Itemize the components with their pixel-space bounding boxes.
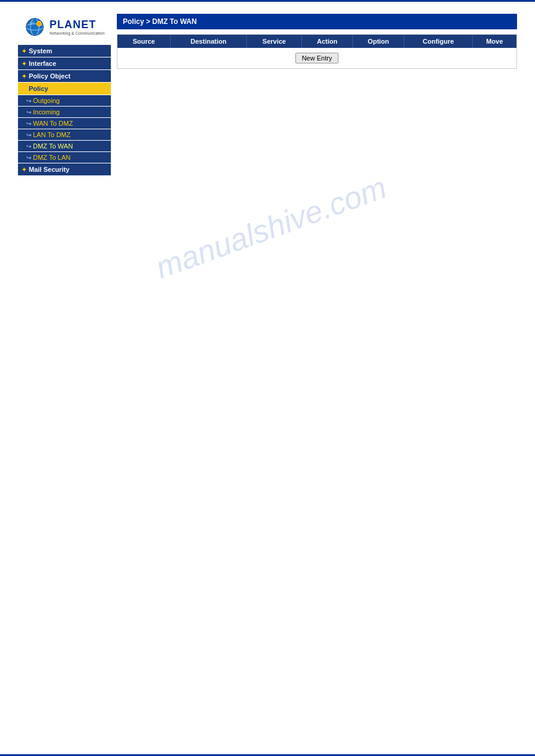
sidebar: PLANET Networking & Communication ✦ Syst… (18, 14, 111, 176)
sidebar-label-policy-object: Policy Object (29, 72, 71, 80)
sidebar-sub-label-incoming: Incoming (33, 108, 60, 116)
sidebar-sub-outgoing[interactable]: ↪ Outgoing (18, 95, 111, 106)
page-wrapper: PLANET Networking & Communication ✦ Syst… (0, 0, 535, 756)
main-area: PLANET Networking & Communication ✦ Syst… (0, 2, 535, 188)
sidebar-item-mail-security[interactable]: ✦ Mail Security (18, 163, 111, 175)
logo-text-block: PLANET Networking & Communication (49, 19, 104, 35)
new-entry-button[interactable]: New Entry (295, 53, 339, 63)
table-area: Source Destination Service Action Option… (117, 34, 517, 69)
sidebar-sub-lan-to-dmz[interactable]: ↪ LAN To DMZ (18, 129, 111, 140)
lan-to-dmz-arrow: ↪ (26, 132, 31, 138)
right-panel: Policy > DMZ To WAN Source Destination S… (117, 14, 517, 176)
sidebar-item-policy[interactable]: ✦ Policy (18, 83, 111, 95)
logo-brand: PLANET (49, 19, 104, 31)
new-entry-row: New Entry (117, 48, 516, 68)
sidebar-sub-incoming[interactable]: ↪ Incoming (18, 107, 111, 117)
col-configure: Configure (404, 35, 473, 48)
sidebar-sub-label-outgoing: Outgoing (33, 97, 60, 104)
col-service: Service (246, 35, 302, 48)
col-destination: Destination (171, 35, 247, 48)
sidebar-label-mail-security: Mail Security (29, 166, 69, 173)
sidebar-item-system[interactable]: ✦ System (18, 45, 111, 57)
dmz-to-wan-arrow: ↪ (26, 143, 31, 150)
col-move: Move (472, 35, 516, 48)
planet-logo-icon (24, 16, 46, 38)
col-option: Option (352, 35, 404, 48)
sidebar-label-interface: Interface (29, 60, 56, 67)
sidebar-sub-dmz-to-lan[interactable]: ↪ DMZ To LAN (18, 152, 111, 163)
table-header-row: Source Destination Service Action Option… (117, 35, 516, 48)
col-action: Action (302, 35, 352, 48)
mail-security-bullet: ✦ (22, 166, 26, 173)
sidebar-label-policy: Policy (29, 85, 48, 92)
col-source: Source (117, 35, 171, 48)
sidebar-sub-label-wan-to-dmz: WAN To DMZ (33, 120, 73, 127)
policy-object-bullet: ✦ (22, 73, 26, 80)
system-bullet: ✦ (22, 48, 26, 54)
sidebar-sub-wan-to-dmz[interactable]: ↪ WAN To DMZ (18, 118, 111, 129)
sidebar-sub-label-dmz-to-lan: DMZ To LAN (33, 154, 71, 161)
interface-bullet: ✦ (22, 60, 26, 67)
sidebar-sub-label-lan-to-dmz: LAN To DMZ (33, 131, 71, 138)
sidebar-sub-dmz-to-wan[interactable]: ↪ DMZ To WAN (18, 141, 111, 151)
svg-point-6 (38, 22, 41, 25)
header-bar: Policy > DMZ To WAN (117, 14, 517, 29)
incoming-arrow: ↪ (26, 109, 31, 116)
policy-bullet: ✦ (22, 86, 26, 92)
content-layout: PLANET Networking & Communication ✦ Syst… (18, 14, 517, 176)
sidebar-sub-label-dmz-to-wan: DMZ To WAN (33, 142, 73, 150)
sidebar-label-system: System (29, 47, 52, 54)
policy-table: Source Destination Service Action Option… (117, 35, 516, 68)
wan-to-dmz-arrow: ↪ (26, 120, 31, 127)
sidebar-item-policy-object[interactable]: ✦ Policy Object (18, 70, 111, 82)
logo-tagline: Networking & Communication (49, 31, 104, 35)
logo-container: PLANET Networking & Communication (22, 14, 107, 40)
new-entry-cell: New Entry (117, 48, 516, 68)
page-title: Policy > DMZ To WAN (123, 17, 197, 26)
sidebar-item-interface[interactable]: ✦ Interface (18, 57, 111, 69)
outgoing-arrow: ↪ (26, 98, 31, 104)
dmz-to-lan-arrow: ↪ (26, 154, 31, 161)
logo-area: PLANET Networking & Communication (18, 14, 111, 40)
